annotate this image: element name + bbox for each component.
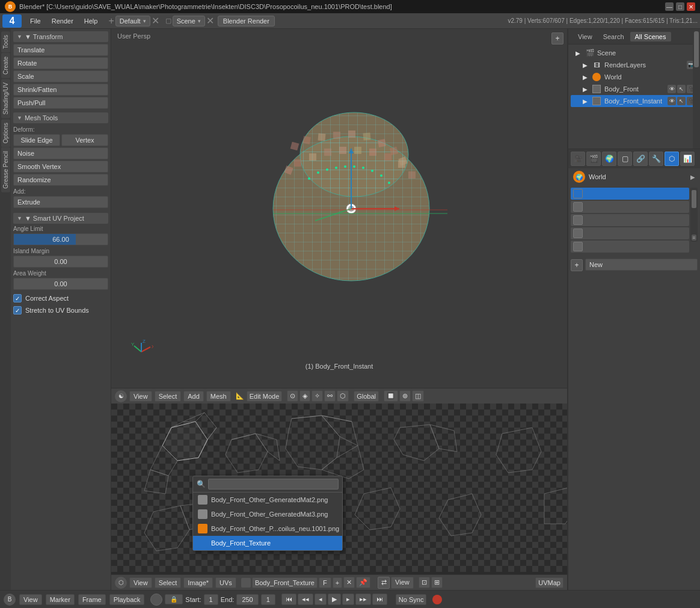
btn-translate[interactable]: Translate <box>13 44 108 56</box>
prop-world-btn[interactable]: 🌍 <box>602 152 616 166</box>
vt-view[interactable]: View <box>129 391 152 402</box>
prop-scene-btn[interactable]: 🎬 <box>586 152 601 166</box>
side-tab-create[interactable]: Create <box>1 53 10 78</box>
side-tab-options[interactable]: Options <box>1 119 10 147</box>
uv-image-name[interactable]: Body_Front_Texture <box>252 577 318 588</box>
tree-body-front-instant[interactable]: ▶ Body_Front_Instant 👁 ↖ 🎥 <box>571 95 698 107</box>
play-fwd[interactable]: ▸▸ <box>355 594 371 605</box>
edit-mode-select[interactable]: Edit Mode <box>247 391 283 402</box>
bfi-vis-cursor[interactable]: ↖ <box>677 97 686 105</box>
vt-icon3[interactable]: ✧ <box>312 390 323 402</box>
vt-icon4[interactable]: ⚯ <box>324 390 336 402</box>
layout-selector[interactable]: Default ▾ <box>115 16 150 26</box>
mat-item-0[interactable] <box>571 188 689 200</box>
status-frame[interactable]: Frame <box>78 594 106 605</box>
current-frame-value[interactable]: 1 <box>261 594 275 605</box>
status-playback[interactable]: Playback <box>109 594 145 605</box>
uv-select[interactable]: Select <box>155 577 182 588</box>
correct-aspect-checkbox[interactable] <box>13 294 22 302</box>
btn-smooth-vertex[interactable]: Smooth Vertex <box>13 161 108 173</box>
world-row[interactable]: 🌍 World ▶ <box>568 168 700 185</box>
side-tab-shading[interactable]: Shading/UV <box>1 79 10 118</box>
uv-grid[interactable]: ⊞ <box>431 577 443 588</box>
menu-file[interactable]: File <box>25 16 46 26</box>
btn-vertex[interactable]: Vertex <box>61 134 108 146</box>
prop-modifier-btn[interactable]: 🔧 <box>649 152 663 166</box>
maximize-button[interactable]: □ <box>676 2 684 11</box>
mat-item-3[interactable] <box>571 227 689 239</box>
record-btn[interactable] <box>432 595 442 604</box>
menu-help[interactable]: Help <box>79 16 103 26</box>
vt-add[interactable]: Add <box>183 391 204 402</box>
material-scrollbar[interactable]: ≡ <box>690 188 698 242</box>
workspace-badge[interactable]: 4 <box>2 14 22 28</box>
tab-all-scenes[interactable]: All Scenes <box>630 32 671 41</box>
render-engine[interactable]: Blender Render <box>218 16 275 26</box>
sync-select[interactable]: No Sync <box>396 594 427 605</box>
material-scroll-btn[interactable]: ≡ <box>692 235 696 241</box>
uv-f-btn[interactable]: F <box>319 577 331 588</box>
angle-limit-slider[interactable]: 66.00 <box>13 233 108 245</box>
island-margin-slider[interactable]: 0.00 <box>13 256 108 268</box>
new-material-btn[interactable]: New <box>585 259 698 271</box>
mat-item-4[interactable] <box>571 241 689 253</box>
uv-image[interactable]: Image* <box>183 577 213 588</box>
prop-data-btn[interactable]: 📊 <box>680 152 695 166</box>
transform-header[interactable]: ▼ ▼ Transform <box>13 31 108 42</box>
tab-search[interactable]: Search <box>598 32 629 41</box>
vt-icon2[interactable]: ◈ <box>299 390 310 402</box>
play-back[interactable]: ◂◂ <box>298 594 313 605</box>
dropdown-popup[interactable]: 🔍 Body_Front_Other_GeneratedMat2.png Bod… <box>192 476 343 551</box>
vt-select[interactable]: Select <box>155 391 182 402</box>
uv-view-btn[interactable]: View <box>391 577 414 589</box>
dropdown-item-1[interactable]: Body_Front_Other_GeneratedMat3.png <box>193 507 342 521</box>
play-skip-fwd[interactable]: ⏭ <box>372 594 387 605</box>
status-marker[interactable]: Marker <box>46 594 75 605</box>
uv-view[interactable]: View <box>129 577 152 588</box>
uv-icon-plus[interactable]: + <box>333 577 342 588</box>
uv-uvs[interactable]: UVs <box>215 577 236 588</box>
btn-push-pull[interactable]: Push/Pull <box>13 97 108 109</box>
dropdown-item-2[interactable]: Body_Front_Other_P...coilus_neu.1001.png <box>193 521 342 536</box>
play-skip-back[interactable]: ⏮ <box>281 594 296 605</box>
area-weight-slider[interactable]: 0.00 <box>13 278 108 290</box>
prop-material-btn[interactable]: ⬡ <box>665 152 679 166</box>
tab-view[interactable]: View <box>573 32 597 41</box>
menu-render[interactable]: Render <box>47 16 78 26</box>
end-value[interactable]: 250 <box>236 594 258 605</box>
play-btn[interactable]: ▶ <box>328 594 341 605</box>
layout-icon-plus[interactable]: + <box>108 16 114 26</box>
tree-world[interactable]: ▶ World <box>571 71 698 83</box>
material-plus-icon[interactable]: + <box>571 259 583 271</box>
correct-aspect-row[interactable]: Correct Aspect <box>13 292 108 304</box>
vt-icon1[interactable]: ⊙ <box>287 390 298 402</box>
tree-body-front[interactable]: ▶ Body_Front 👁 ↖ 🎥 <box>571 83 698 95</box>
scene-selector[interactable]: Scene ▾ <box>173 16 205 26</box>
uv-icon-pin[interactable]: 📌 <box>356 577 370 588</box>
uv-zoom[interactable]: ⊡ <box>419 577 430 588</box>
stretch-uv-checkbox[interactable] <box>13 306 22 315</box>
btn-rotate[interactable]: Rotate <box>13 57 108 69</box>
btn-scale[interactable]: Scale <box>13 70 108 82</box>
btn-shrink-fatten[interactable]: Shrink/Fatten <box>13 84 108 96</box>
dropdown-item-3[interactable]: Body_Front_Texture <box>193 536 342 550</box>
stretch-uv-row[interactable]: Stretch to UV Bounds <box>13 304 108 316</box>
prop-constraint-btn[interactable]: 🔗 <box>633 152 648 166</box>
uv-uvmap-select[interactable]: UVMap <box>535 577 563 588</box>
play-step-back[interactable]: ◂ <box>315 594 327 605</box>
btn-noise[interactable]: Noise <box>13 147 108 159</box>
side-tab-grease[interactable]: Grease Pencil <box>1 147 10 192</box>
start-value[interactable]: 1 <box>204 594 218 605</box>
close-button[interactable]: ✕ <box>687 2 695 11</box>
outliner-scrollbar[interactable] <box>693 29 700 149</box>
uv-icon-sync[interactable]: ⇄ <box>378 577 390 589</box>
side-tab-tools[interactable]: Tools <box>1 31 10 52</box>
btn-slide-edge[interactable]: Slide Edge <box>13 134 60 146</box>
vt-snap[interactable]: 🔲 <box>384 390 398 402</box>
mat-item-1[interactable] <box>571 201 689 213</box>
smart-uv-header[interactable]: ▼ ▼ Smart UV Project <box>13 213 108 224</box>
mesh-tools-header[interactable]: ▼ Mesh Tools <box>13 112 108 123</box>
prop-render-btn[interactable]: 🎥 <box>571 152 585 166</box>
layout-icon-x[interactable]: ✕ <box>152 15 159 26</box>
bf-vis-eye[interactable]: 👁 <box>668 85 676 93</box>
